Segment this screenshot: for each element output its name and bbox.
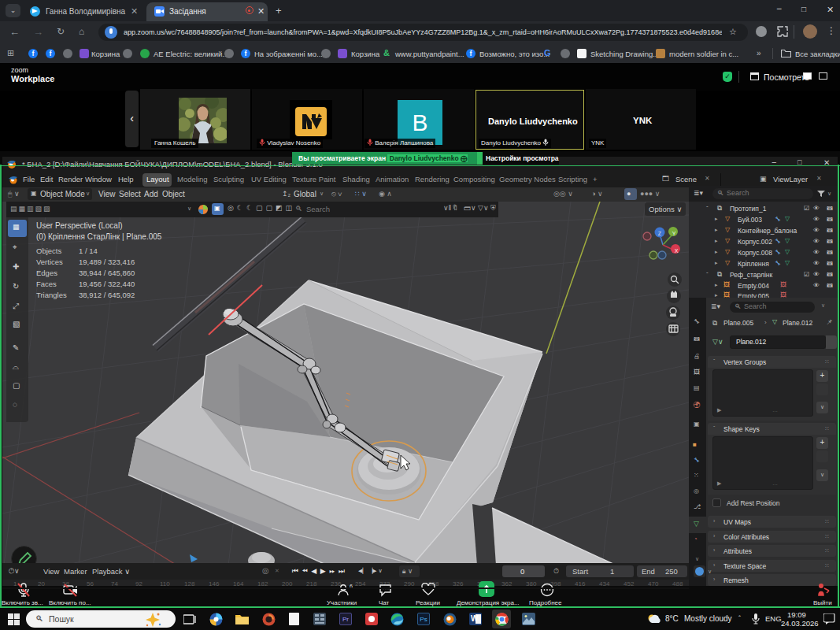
svg-text:X: X xyxy=(675,248,679,254)
svg-text:Y: Y xyxy=(672,231,676,236)
svg-text:Z: Z xyxy=(658,231,662,236)
